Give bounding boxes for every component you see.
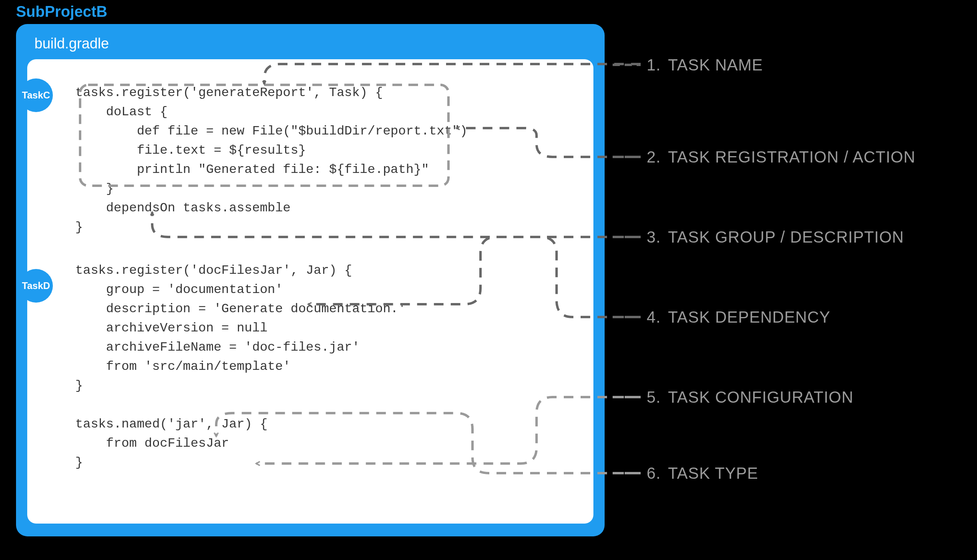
annotation-num: 6. bbox=[647, 464, 661, 482]
file-name: build.gradle bbox=[34, 35, 593, 52]
annotation-2: 2. TASK REGISTRATION / ACTION bbox=[647, 148, 915, 166]
code-panel: tasks.register('generateReport', Task) {… bbox=[27, 59, 593, 524]
project-container: build.gradle tasks.register('generateRep… bbox=[16, 24, 605, 536]
project-title: SubProjectB bbox=[16, 3, 107, 20]
task-badge-c: TaskC bbox=[19, 78, 53, 112]
annotation-3: 3. TASK GROUP / DESCRIPTION bbox=[647, 228, 904, 246]
code-block-taskD: tasks.register('docFilesJar', Jar) { gro… bbox=[75, 261, 577, 395]
annotation-1: 1. TASK NAME bbox=[647, 56, 763, 74]
task-badge-d: TaskD bbox=[19, 269, 53, 303]
annotation-label: TASK CONFIGURATION bbox=[668, 388, 853, 406]
annotation-label: TASK GROUP / DESCRIPTION bbox=[668, 228, 904, 246]
annotation-label: TASK NAME bbox=[668, 56, 763, 74]
annotation-label: TASK DEPENDENCY bbox=[668, 308, 830, 326]
annotation-num: 2. bbox=[647, 148, 661, 166]
annotation-label: TASK REGISTRATION / ACTION bbox=[668, 148, 915, 166]
annotation-num: 4. bbox=[647, 308, 661, 326]
code-block-taskC: tasks.register('generateReport', Task) {… bbox=[75, 83, 577, 237]
annotation-5: 5. TASK CONFIGURATION bbox=[647, 388, 854, 406]
annotation-6: 6. TASK TYPE bbox=[647, 464, 758, 482]
annotation-4: 4. TASK DEPENDENCY bbox=[647, 308, 830, 326]
annotation-label: TASK TYPE bbox=[668, 464, 758, 482]
annotation-num: 3. bbox=[647, 228, 661, 246]
annotation-num: 5. bbox=[647, 388, 661, 406]
code-block-jar: tasks.named('jar', Jar) { from docFilesJ… bbox=[75, 415, 577, 472]
annotation-num: 1. bbox=[647, 56, 661, 74]
